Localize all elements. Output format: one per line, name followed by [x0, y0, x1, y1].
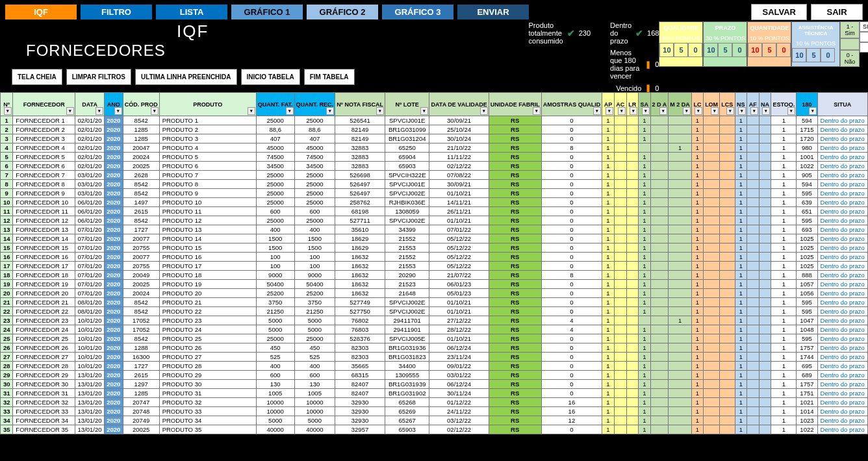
table-row[interactable]: 12FORNECEDOR 1206/01/2020208542PRODUTO 1… — [1, 216, 868, 225]
nav-grafico2-button[interactable]: GRÁFICO 2 — [307, 5, 378, 19]
th-data[interactable]: DATA▾ — [75, 93, 105, 116]
filter-icon[interactable]: ▾ — [151, 107, 159, 115]
filter-icon[interactable]: ▾ — [286, 107, 294, 115]
table-row[interactable]: 30FORNECEDOR 3013/01/2020201297PRODUTO 3… — [1, 380, 868, 389]
table-wrapper[interactable]: Nº▾ FORNECEDOR▾ DATA▾ ANO▾ CÓD. PROD▾ PR… — [0, 92, 868, 456]
table-row[interactable]: 15FORNECEDOR 1507/01/20202020755PRODUTO … — [1, 243, 868, 253]
filter-icon[interactable]: ▾ — [114, 107, 122, 115]
th-quantfat[interactable]: QUANT. FAT.▾ — [256, 93, 294, 116]
th-af[interactable]: AF▾ — [747, 93, 759, 116]
filter-icon[interactable]: ▾ — [66, 107, 74, 115]
table-row[interactable]: 3FORNECEDOR 302/01/2020201285PRODUTO 340… — [1, 134, 868, 143]
table-row[interactable]: 4FORNECEDOR 402/01/20202020047PRODUTO 44… — [1, 143, 868, 153]
table-row[interactable]: 27FORNECEDOR 2710/01/20202016300PRODUTO … — [1, 353, 868, 362]
filter-icon[interactable]: ▾ — [96, 107, 103, 115]
nav-filtro-button[interactable]: FILTRO — [81, 5, 152, 19]
table-row[interactable]: 6FORNECEDOR 602/01/20202020025PRODUTO 63… — [1, 162, 868, 171]
table-row[interactable]: 13FORNECEDOR 1307/01/2020201727PRODUTO 1… — [1, 225, 868, 234]
th-ac[interactable]: AC▾ — [614, 93, 626, 116]
th-ano[interactable]: ANO▾ — [104, 93, 123, 116]
filter-icon[interactable]: ▾ — [248, 107, 255, 115]
table-row[interactable]: 32FORNECEDOR 3213/01/20202020747PRODUTO … — [1, 398, 868, 407]
nav-sair-button[interactable]: SAIR — [811, 4, 863, 20]
table-row[interactable]: 14FORNECEDOR 1407/01/20202020077PRODUTO … — [1, 234, 868, 243]
filter-icon[interactable]: ▾ — [642, 107, 650, 115]
th-estoq[interactable]: ESTOQ.▾ — [771, 93, 797, 116]
filter-icon[interactable]: ▾ — [711, 107, 719, 115]
table-row[interactable]: 25FORNECEDOR 2510/01/2020208542PRODUTO 2… — [1, 334, 868, 343]
filter-icon[interactable]: ▾ — [750, 107, 758, 115]
th-180[interactable]: 180▾ — [797, 93, 817, 116]
table-row[interactable]: 1FORNECEDOR 102/01/2020208542PRODUTO 125… — [1, 116, 868, 125]
fim-tabela-button[interactable]: FIM TABELA — [304, 69, 355, 85]
filter-icon[interactable]: ▾ — [787, 107, 795, 115]
filter-icon[interactable]: ▾ — [420, 107, 428, 115]
table-row[interactable]: 26FORNECEDOR 2610/01/2020201288PRODUTO 2… — [1, 343, 868, 353]
nav-iqf-button[interactable]: IQF — [5, 5, 77, 19]
filter-icon[interactable]: ▾ — [762, 107, 770, 115]
th-validade[interactable]: DATA DE VALIDADE▾ — [429, 93, 489, 116]
filter-icon[interactable]: ▾ — [593, 107, 601, 115]
table-row[interactable]: 20FORNECEDOR 2007/01/20202020024PRODUTO … — [1, 289, 868, 298]
th-fabril[interactable]: UNIDADE FABRIL▾ — [489, 93, 541, 116]
inicio-tabela-button[interactable]: INICIO TABELA — [241, 69, 300, 85]
filter-icon[interactable]: ▾ — [630, 107, 637, 115]
table-row[interactable]: 10FORNECEDOR 1006/01/2020201497PRODUTO 1… — [1, 198, 868, 207]
th-fornecedor[interactable]: FORNECEDOR▾ — [13, 93, 75, 116]
filter-icon[interactable]: ▾ — [726, 107, 734, 115]
table-row[interactable]: 11FORNECEDOR 1106/01/2020202615PRODUTO 1… — [1, 207, 868, 216]
table-row[interactable]: 28FORNECEDOR 2810/01/2020201727PRODUTO 2… — [1, 362, 868, 371]
th-ap[interactable]: AP▾ — [602, 93, 615, 116]
filter-icon[interactable]: ▾ — [480, 107, 488, 115]
th-cod[interactable]: CÓD. PROD▾ — [123, 93, 159, 116]
filter-icon[interactable]: ▾ — [659, 107, 667, 115]
table-row[interactable]: 21FORNECEDOR 2108/01/2020208542PRODUTO 2… — [1, 298, 868, 307]
filter-icon[interactable]: ▾ — [695, 107, 702, 115]
nav-grafico1-button[interactable]: GRÁFICO 1 — [231, 5, 303, 19]
th-ns[interactable]: NS▾ — [735, 93, 747, 116]
th-nf[interactable]: Nº NOTA FISCAL▾ — [335, 93, 385, 116]
filter-icon[interactable]: ▾ — [606, 107, 613, 115]
th-situacao[interactable]: SITUA — [817, 93, 867, 116]
th-sa[interactable]: SA▾ — [638, 93, 650, 116]
table-row[interactable]: 34FORNECEDOR 3413/01/20202020749PRODUTO … — [1, 416, 868, 425]
th-2da[interactable]: 2 D A▾ — [650, 93, 669, 116]
table-row[interactable]: 5FORNECEDOR 502/01/20202020024PRODUTO 57… — [1, 153, 868, 162]
nav-salvar-button[interactable]: SALVAR — [751, 4, 807, 20]
filter-icon[interactable]: ▾ — [533, 107, 541, 115]
nav-lista-button[interactable]: LISTA — [156, 5, 227, 19]
filter-icon[interactable]: ▾ — [683, 107, 691, 115]
th-lr[interactable]: LR▾ — [626, 93, 638, 116]
table-row[interactable]: 29FORNECEDOR 2913/01/2020202615PRODUTO 2… — [1, 371, 868, 380]
limpar-filtros-button[interactable]: LIMPAR FILTROS — [66, 69, 131, 85]
table-row[interactable]: 35FORNECEDOR 3513/01/20202020025PRODUTO … — [1, 425, 868, 434]
filter-icon[interactable]: ▾ — [376, 107, 384, 115]
table-row[interactable]: 9FORNECEDOR 903/01/2020208542PRODUTO 925… — [1, 189, 868, 198]
filter-icon[interactable]: ▾ — [326, 107, 334, 115]
th-m2da[interactable]: M 2 DA▾ — [669, 93, 692, 116]
tela-cheia-button[interactable]: TELA CHEIA — [12, 69, 62, 85]
th-lom[interactable]: LOM▾ — [704, 93, 720, 116]
table-row[interactable]: 22FORNECEDOR 2208/01/2020208542PRODUTO 2… — [1, 307, 868, 316]
th-na[interactable]: NA▾ — [759, 93, 771, 116]
table-row[interactable]: 2FORNECEDOR 202/01/2020201285PRODUTO 288… — [1, 125, 868, 134]
table-row[interactable]: 8FORNECEDOR 803/01/2020208542PRODUTO 825… — [1, 180, 868, 189]
filter-icon[interactable]: ▾ — [738, 107, 746, 115]
nav-grafico3-button[interactable]: GRÁFICO 3 — [382, 5, 453, 19]
th-lc[interactable]: LC▾ — [691, 93, 703, 116]
th-lote[interactable]: Nº LOTE▾ — [385, 93, 429, 116]
th-produto[interactable]: PRODUTO▾ — [159, 93, 256, 116]
th-quantrec[interactable]: QUANT. REC.▾ — [294, 93, 335, 116]
nav-enviar-button[interactable]: ENVIAR — [457, 5, 529, 19]
table-row[interactable]: 23FORNECEDOR 2310/01/20202017052PRODUTO … — [1, 316, 868, 325]
ultima-linha-button[interactable]: ULTIMA LINHA PREENCHIDA — [135, 69, 237, 85]
table-row[interactable]: 31FORNECEDOR 3113/01/2020201285PRODUTO 3… — [1, 389, 868, 398]
th-amostras[interactable]: AMOSTRAS QUALID▾ — [541, 93, 602, 116]
th-n[interactable]: Nº▾ — [1, 93, 13, 116]
table-row[interactable]: 18FORNECEDOR 1807/01/20202020049PRODUTO … — [1, 271, 868, 280]
table-row[interactable]: 33FORNECEDOR 3313/01/20202020748PRODUTO … — [1, 407, 868, 416]
th-lcs[interactable]: LCS▾ — [720, 93, 735, 116]
table-row[interactable]: 19FORNECEDOR 1907/01/20202020025PRODUTO … — [1, 280, 868, 289]
table-row[interactable]: 24FORNECEDOR 2410/01/20202017052PRODUTO … — [1, 325, 868, 334]
table-row[interactable]: 16FORNECEDOR 1607/01/20202020077PRODUTO … — [1, 253, 868, 262]
